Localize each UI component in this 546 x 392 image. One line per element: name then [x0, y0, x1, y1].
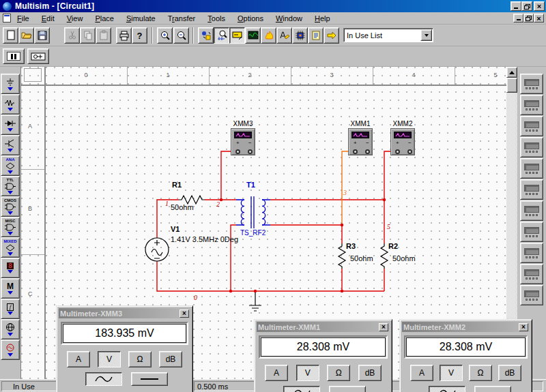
print-button[interactable] — [116, 27, 132, 44]
amps-mode-button[interactable]: A — [67, 351, 90, 367]
analog-group-button[interactable]: ANA — [1, 155, 20, 176]
volts-mode-button[interactable]: V — [296, 365, 319, 381]
copy-button[interactable] — [80, 27, 96, 44]
diodes-group-button[interactable] — [1, 115, 20, 135]
dc-signal-button[interactable] — [131, 372, 168, 386]
close-button[interactable]: × — [519, 323, 528, 331]
wattmeter-instrument-button[interactable] — [520, 116, 543, 136]
minus-terminal[interactable] — [407, 149, 412, 154]
menu-window[interactable]: Window — [270, 14, 308, 23]
volts-mode-button[interactable]: V — [98, 351, 121, 367]
ac-signal-button[interactable] — [85, 372, 122, 386]
ttl-group-button[interactable]: TTL — [1, 176, 20, 196]
plus-terminal[interactable] — [353, 149, 358, 154]
new-file-button[interactable] — [3, 27, 18, 44]
component-wizard-button[interactable] — [198, 27, 214, 44]
mixed-group-button[interactable]: MIXED — [1, 237, 20, 258]
multimeter-component-xmm1[interactable]: +− — [348, 128, 373, 155]
distortion-analyzer-instrument-button[interactable] — [520, 243, 543, 263]
analysis-button[interactable] — [261, 27, 276, 44]
menu-edit[interactable]: Edit — [35, 14, 61, 23]
run-switch-button[interactable] — [27, 48, 49, 64]
in-use-list-combo[interactable]: In Use List — [343, 28, 433, 42]
cut-button[interactable] — [64, 27, 80, 44]
misc-digital-group-button[interactable]: MISC — [1, 217, 20, 237]
menu-view[interactable]: View — [61, 14, 89, 23]
oscilloscope-instrument-button[interactable] — [520, 137, 543, 157]
zoom-out-button[interactable] — [173, 27, 189, 44]
multimeter-component-xmm3[interactable]: +− — [231, 128, 255, 155]
basic-group-button[interactable] — [1, 94, 20, 115]
dc-signal-button[interactable] — [329, 386, 366, 392]
bode-plotter-instrument-button[interactable] — [520, 158, 543, 179]
close-button[interactable]: × — [534, 1, 545, 11]
db-mode-button[interactable]: dB — [159, 351, 182, 367]
window-titlebar[interactable]: Multimeter-XMM2 × — [402, 322, 530, 332]
menu-options[interactable]: Options — [231, 14, 270, 23]
scroll-up-button[interactable] — [506, 67, 517, 78]
close-button[interactable]: × — [179, 310, 189, 318]
ac-signal-button[interactable] — [283, 386, 320, 392]
child-restore-button[interactable] — [523, 14, 534, 22]
logic-converter-instrument-button[interactable] — [520, 222, 543, 242]
document-icon[interactable] — [3, 14, 11, 22]
ac-signal-button[interactable] — [429, 386, 465, 392]
controls-group-button[interactable]: f — [1, 299, 20, 319]
cmos-group-button[interactable]: CMOS — [1, 196, 20, 217]
multimeter-window-xmm1[interactable]: Multimeter-XMM1 × 28.308 mV A V Ω dB — [254, 319, 392, 392]
menu-help[interactable]: Help — [308, 14, 336, 23]
menu-file[interactable]: File — [11, 14, 35, 23]
rf-group-button[interactable] — [1, 319, 20, 340]
ohms-mode-button[interactable]: Ω — [128, 351, 152, 367]
oscilloscope-toolbar-button[interactable] — [245, 27, 261, 44]
misc-group-button[interactable]: M — [1, 278, 20, 299]
create-component-button[interactable] — [292, 27, 308, 44]
ohms-mode-button[interactable]: Ω — [327, 365, 350, 381]
menu-simulate[interactable]: Simulate — [120, 14, 162, 23]
transformer-t1[interactable] — [236, 196, 270, 228]
pause-simulation-button[interactable] — [3, 48, 25, 64]
combo-dropdown-button[interactable] — [420, 29, 432, 41]
word-generator-instrument-button[interactable] — [520, 179, 543, 200]
spectrum-analyzer-instrument-button[interactable] — [520, 264, 543, 284]
transistors-group-button[interactable] — [1, 135, 20, 155]
sources-group-button[interactable] — [1, 74, 20, 94]
postprocessor-button[interactable] — [276, 27, 292, 44]
scrollbar-thumb[interactable] — [506, 78, 517, 93]
help-button[interactable]: ? — [132, 27, 147, 44]
amps-mode-button[interactable]: A — [265, 365, 288, 381]
menu-place[interactable]: Place — [89, 14, 120, 23]
transfer-button[interactable] — [324, 27, 339, 44]
reports-button[interactable] — [308, 27, 324, 44]
db-mode-button[interactable]: dB — [358, 365, 382, 381]
resistor-r3[interactable] — [339, 243, 345, 269]
multimeter-window-xmm3[interactable]: Multimeter-XMM3 × 183.935 mV A V Ω dB — [56, 305, 193, 392]
volts-mode-button[interactable]: V — [440, 365, 463, 381]
minus-terminal[interactable] — [365, 149, 370, 154]
multimeter-window-xmm2[interactable]: Multimeter-XMM2 × 28.308 mV A V Ω dB — [399, 319, 532, 392]
menu-transfer[interactable]: Transfer — [162, 14, 202, 23]
indicators-group-button[interactable]: 8 — [1, 258, 20, 278]
window-titlebar[interactable]: Multimeter-XMM3 × — [59, 308, 190, 318]
minimize-button[interactable] — [511, 1, 521, 11]
minus-terminal[interactable] — [248, 149, 253, 154]
child-minimize-button[interactable] — [513, 14, 523, 22]
zoom-in-button[interactable] — [157, 27, 173, 44]
amps-mode-button[interactable]: A — [410, 365, 433, 381]
menu-tools[interactable]: Tools — [201, 14, 231, 23]
plus-terminal[interactable] — [395, 149, 400, 154]
plus-terminal[interactable] — [235, 149, 240, 154]
child-close-button[interactable]: × — [534, 14, 544, 22]
db-mode-button[interactable]: dB — [498, 365, 521, 381]
ac-source-v1[interactable] — [145, 238, 169, 261]
multimeter-instrument-button[interactable] — [520, 74, 543, 94]
electromechanical-group-button[interactable] — [1, 340, 20, 360]
open-file-button[interactable] — [18, 27, 34, 44]
window-titlebar[interactable]: Multimeter-XMM1 × — [257, 322, 390, 332]
resistor-r2[interactable] — [381, 243, 388, 269]
network-analyzer-instrument-button[interactable] — [520, 285, 543, 305]
logic-analyzer-instrument-button[interactable] — [520, 200, 543, 221]
multimeter-component-xmm2[interactable]: +− — [390, 128, 415, 155]
save-button[interactable] — [34, 27, 50, 44]
paste-button[interactable] — [96, 27, 111, 44]
